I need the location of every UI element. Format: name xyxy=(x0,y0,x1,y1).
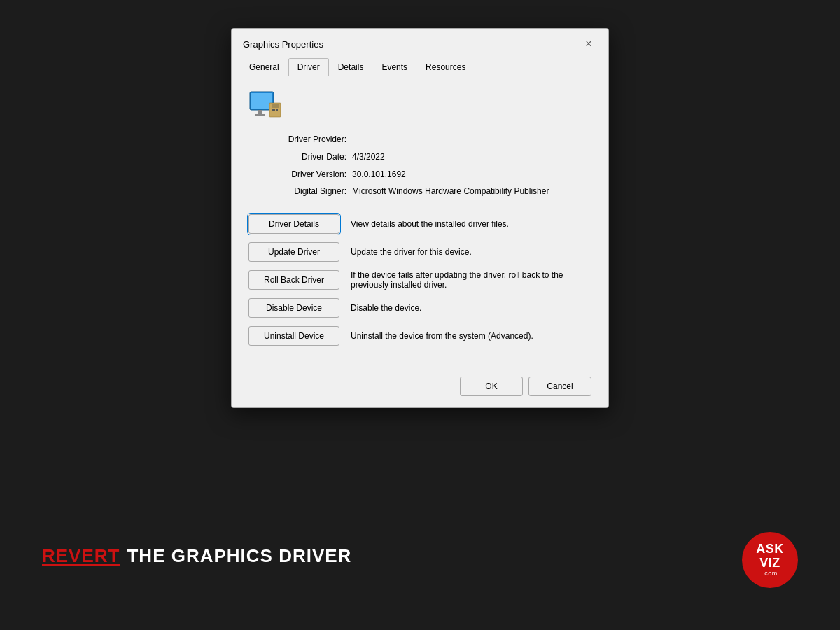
rest-text: THE GRAPHICS DRIVER xyxy=(127,545,351,567)
dialog-footer: OK Cancel xyxy=(232,368,608,407)
monitor-icon xyxy=(248,90,282,121)
disable-device-description: Disable the device. xyxy=(351,303,592,313)
disable-device-button[interactable]: Disable Device xyxy=(248,298,340,318)
logo-line2: VIZ xyxy=(760,556,780,570)
tab-events[interactable]: Events xyxy=(372,58,416,76)
disable-device-row: Disable Device Disable the device. xyxy=(248,298,592,318)
version-label: Driver Version: xyxy=(248,169,346,181)
dialog-title: Graphics Properties xyxy=(243,39,323,50)
tab-bar: General Driver Details Events Resources xyxy=(232,52,608,76)
update-driver-button[interactable]: Update Driver xyxy=(248,242,340,262)
driver-details-description: View details about the installed driver … xyxy=(351,219,592,229)
device-icon xyxy=(248,90,282,120)
update-driver-row: Update Driver Update the driver for this… xyxy=(248,242,592,262)
provider-value xyxy=(352,134,592,146)
svg-rect-7 xyxy=(272,109,275,111)
bottom-banner: REVERT THE GRAPHICS DRIVER xyxy=(42,545,351,567)
tab-driver[interactable]: Driver xyxy=(288,58,329,76)
provider-label: Driver Provider: xyxy=(248,134,346,146)
tab-general[interactable]: General xyxy=(240,58,288,76)
signer-label: Digital Signer: xyxy=(248,186,346,197)
device-icon-area xyxy=(248,90,592,120)
logo-line1: ASK xyxy=(756,542,784,556)
uninstall-device-description: Uninstall the device from the system (Ad… xyxy=(351,331,592,341)
dialog-overlay: Graphics Properties × General Driver Det… xyxy=(231,28,609,408)
driver-details-button[interactable]: Driver Details xyxy=(248,214,340,234)
driver-info-grid: Driver Provider: Driver Date: 4/3/2022 D… xyxy=(248,134,592,197)
close-button[interactable]: × xyxy=(580,36,597,52)
title-bar: Graphics Properties × xyxy=(232,29,608,52)
ok-button[interactable]: OK xyxy=(460,377,523,396)
date-value: 4/3/2022 xyxy=(352,151,592,163)
driver-details-row: Driver Details View details about the in… xyxy=(248,214,592,234)
roll-back-driver-description: If the device fails after updating the d… xyxy=(351,270,592,290)
roll-back-driver-button[interactable]: Roll Back Driver xyxy=(248,270,340,290)
revert-text: REVERT xyxy=(42,545,120,567)
roll-back-driver-row: Roll Back Driver If the device fails aft… xyxy=(248,270,592,290)
version-value: 30.0.101.1692 xyxy=(352,169,592,181)
svg-rect-8 xyxy=(276,109,278,111)
cancel-button[interactable]: Cancel xyxy=(528,377,592,396)
uninstall-device-button[interactable]: Uninstall Device xyxy=(248,326,340,346)
svg-rect-3 xyxy=(255,114,265,115)
tab-details[interactable]: Details xyxy=(329,58,373,76)
date-label: Driver Date: xyxy=(248,151,346,163)
logo-line3: .com xyxy=(762,570,778,578)
svg-rect-2 xyxy=(258,110,262,114)
update-driver-description: Update the driver for this device. xyxy=(351,247,592,257)
signer-value: Microsoft Windows Hardware Compatibility… xyxy=(352,186,592,197)
graphics-properties-dialog: Graphics Properties × General Driver Det… xyxy=(231,28,609,408)
svg-rect-1 xyxy=(251,93,272,108)
askviz-logo: ASK VIZ .com xyxy=(742,532,798,588)
tab-resources[interactable]: Resources xyxy=(416,58,475,76)
uninstall-device-row: Uninstall Device Uninstall the device fr… xyxy=(248,326,592,346)
dialog-body: Driver Provider: Driver Date: 4/3/2022 D… xyxy=(232,76,608,368)
